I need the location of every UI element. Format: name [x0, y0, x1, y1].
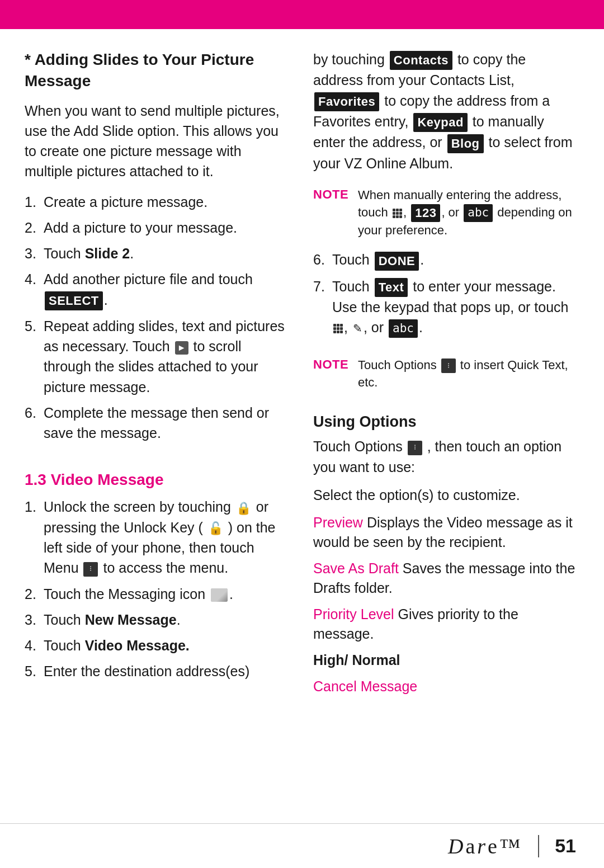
- list-item: 1. Create a picture message.: [25, 192, 291, 212]
- list-item: 4. Touch Video Message.: [25, 635, 291, 655]
- option-highnormal: High/ Normal: [313, 650, 579, 670]
- list-item: 6. Complete the message then send or sav…: [25, 403, 291, 444]
- note-label-2: NOTE: [313, 357, 352, 372]
- options-menu-icon: ⁝: [441, 358, 456, 373]
- intro-text: When you want to send multiple pictures,…: [25, 101, 291, 182]
- list-item: 2. Touch the Messaging icon .: [25, 584, 291, 604]
- unlock-key-icon: 🔓: [208, 520, 223, 537]
- option-name-saveasdraft: Save As Draft: [313, 560, 399, 576]
- bottom-bar: Dare™ 51: [0, 823, 604, 868]
- list-item: 7. Touch Text to enter your message. Use…: [313, 276, 579, 338]
- note-label-1: NOTE: [313, 187, 352, 202]
- abc-button-label: abc: [464, 204, 493, 221]
- list-item: 4. Add another picture file and touch SE…: [25, 269, 291, 310]
- blog-button-label: Blog: [447, 134, 484, 153]
- note-block-2: NOTE Touch Options ⁝ to insert Quick Tex…: [313, 357, 579, 391]
- right-steps-list: 6. Touch DONE. 7. Touch Text to enter yo…: [313, 249, 579, 343]
- list-item: 6. Touch DONE.: [313, 249, 579, 270]
- favorites-button-label: Favorites: [314, 92, 379, 111]
- page-content: * Adding Slides to Your Picture Message …: [0, 29, 604, 823]
- option-name-preview: Preview: [313, 515, 363, 530]
- lock-icon: 🔒: [236, 499, 251, 517]
- options-icon: ⁝: [408, 441, 422, 455]
- abc-label-2: abc: [389, 319, 418, 337]
- grid-icon: [393, 209, 402, 218]
- list-item: 3. Touch New Message.: [25, 610, 291, 630]
- arrow-icon: ►: [175, 341, 188, 355]
- option-name-cancelmessage: Cancel Message: [313, 678, 417, 694]
- video-message-heading: 1.3 Video Message: [25, 471, 291, 489]
- video-steps-list: 1. Unlock the screen by touching 🔒 or pr…: [25, 497, 291, 687]
- using-options-text: Touch Options ⁝ , then touch an option y…: [313, 436, 579, 477]
- option-name-highnormal: High/ Normal: [313, 652, 400, 668]
- pen-icon: ✎: [353, 320, 362, 337]
- menu-icon: ⁝: [83, 562, 98, 577]
- contacts-button-label: Contacts: [390, 51, 452, 70]
- section-heading: * Adding Slides to Your Picture Message: [25, 49, 291, 92]
- note-text-2: Touch Options ⁝ to insert Quick Text, et…: [358, 357, 579, 391]
- page-number: 51: [555, 835, 576, 857]
- option-prioritylevel: Priority Level Gives priority to the mes…: [313, 605, 579, 644]
- select-options-text: Select the option(s) to customize.: [313, 485, 579, 505]
- right-intro-text: by touching Contacts to copy the address…: [313, 49, 579, 173]
- option-name-prioritylevel: Priority Level: [313, 606, 394, 622]
- option-preview: Preview Displays the Video message as it…: [313, 513, 579, 552]
- text-button-label: Text: [375, 278, 408, 297]
- left-column: * Adding Slides to Your Picture Message …: [25, 49, 291, 803]
- option-cancelmessage: Cancel Message: [313, 677, 579, 696]
- select-button-label: SELECT: [45, 291, 103, 310]
- note-text-1: When manually entering the address, touc…: [358, 187, 579, 239]
- list-item: 2. Add a picture to your message.: [25, 218, 291, 238]
- grid-icon-2: [333, 324, 343, 333]
- list-item: 1. Unlock the screen by touching 🔒 or pr…: [25, 497, 291, 578]
- list-item: 5. Enter the destination address(es): [25, 661, 291, 681]
- heading-text: * Adding Slides to Your Picture Message: [25, 51, 254, 89]
- messaging-icon: [211, 588, 228, 602]
- list-item: 3. Touch Slide 2.: [25, 243, 291, 263]
- done-button-label: DONE: [375, 252, 419, 271]
- option-saveasdraft: Save As Draft Saves the message into the…: [313, 559, 579, 598]
- steps-list: 1. Create a picture message. 2. Add a pi…: [25, 192, 291, 449]
- top-bar: [0, 0, 604, 29]
- list-item: 5. Repeat adding slides, text and pictur…: [25, 316, 291, 397]
- right-column: by touching Contacts to copy the address…: [313, 49, 579, 803]
- dare-logo: Dare™: [448, 834, 522, 858]
- note-block-1: NOTE When manually entering the address,…: [313, 187, 579, 239]
- keypad-button-label: Keypad: [413, 113, 467, 132]
- using-options-heading: Using Options: [313, 413, 579, 431]
- 123-button-label: 123: [411, 204, 440, 223]
- divider: [538, 835, 539, 857]
